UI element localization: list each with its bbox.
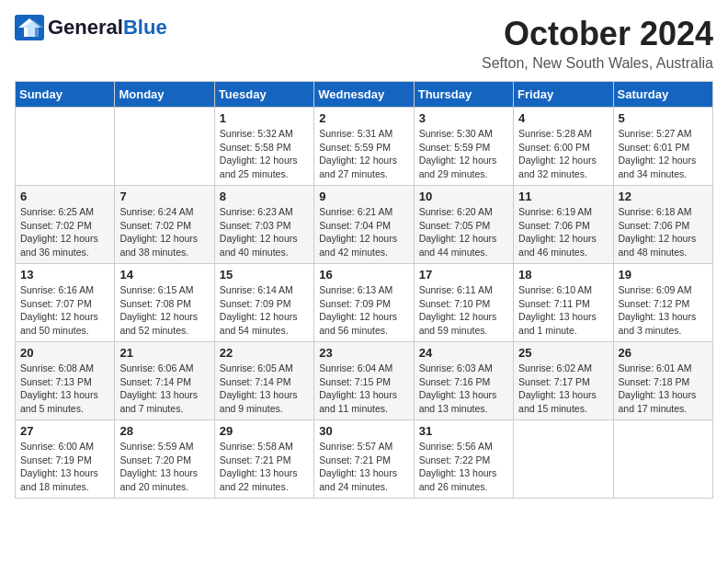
calendar-day-16: 16Sunrise: 6:13 AMSunset: 7:09 PMDayligh… xyxy=(314,264,414,342)
day-info: Sunrise: 6:19 AMSunset: 7:06 PMDaylight:… xyxy=(518,205,608,259)
calendar-day-6: 6Sunrise: 6:25 AMSunset: 7:02 PMDaylight… xyxy=(16,186,115,264)
calendar-day-10: 10Sunrise: 6:20 AMSunset: 7:05 PMDayligh… xyxy=(414,186,513,264)
calendar-day-3: 3Sunrise: 5:30 AMSunset: 5:59 PMDaylight… xyxy=(414,108,513,186)
day-info: Sunrise: 5:31 AMSunset: 5:59 PMDaylight:… xyxy=(319,127,408,181)
day-number: 28 xyxy=(119,424,209,438)
calendar-day-4: 4Sunrise: 5:28 AMSunset: 6:00 PMDaylight… xyxy=(514,108,613,186)
day-number: 3 xyxy=(419,111,508,125)
day-number: 24 xyxy=(419,346,508,360)
calendar-day-11: 11Sunrise: 6:19 AMSunset: 7:06 PMDayligh… xyxy=(514,186,613,264)
day-number: 5 xyxy=(619,111,708,125)
day-info: Sunrise: 6:08 AMSunset: 7:13 PMDaylight:… xyxy=(20,362,109,416)
calendar-day-19: 19Sunrise: 6:09 AMSunset: 7:12 PMDayligh… xyxy=(613,264,712,342)
day-info: Sunrise: 5:30 AMSunset: 5:59 PMDaylight:… xyxy=(419,127,508,181)
day-info: Sunrise: 5:58 AMSunset: 7:21 PMDaylight:… xyxy=(220,440,309,494)
empty-cell xyxy=(115,108,214,186)
calendar-day-21: 21Sunrise: 6:06 AMSunset: 7:14 PMDayligh… xyxy=(115,342,214,420)
logo: GeneralBlue xyxy=(15,15,167,40)
day-info: Sunrise: 6:03 AMSunset: 7:16 PMDaylight:… xyxy=(419,362,508,416)
day-info: Sunrise: 6:16 AMSunset: 7:07 PMDaylight:… xyxy=(20,283,109,338)
calendar-day-7: 7Sunrise: 6:24 AMSunset: 7:02 PMDaylight… xyxy=(115,186,214,264)
calendar-day-13: 13Sunrise: 6:16 AMSunset: 7:07 PMDayligh… xyxy=(16,264,115,342)
day-info: Sunrise: 5:28 AMSunset: 6:00 PMDaylight:… xyxy=(518,127,608,181)
day-header-sunday: Sunday xyxy=(16,82,115,108)
day-number: 21 xyxy=(119,346,209,360)
day-number: 7 xyxy=(119,190,209,203)
calendar-day-26: 26Sunrise: 6:01 AMSunset: 7:18 PMDayligh… xyxy=(613,342,712,420)
day-number: 14 xyxy=(119,268,209,282)
calendar-day-30: 30Sunrise: 5:57 AMSunset: 7:21 PMDayligh… xyxy=(314,420,414,499)
day-info: Sunrise: 6:10 AMSunset: 7:11 PMDaylight:… xyxy=(518,283,608,338)
calendar-day-20: 20Sunrise: 6:08 AMSunset: 7:13 PMDayligh… xyxy=(16,342,115,420)
page-header: GeneralBlue October 2024 Sefton, New Sou… xyxy=(15,15,713,72)
day-info: Sunrise: 5:59 AMSunset: 7:20 PMDaylight:… xyxy=(119,440,209,494)
day-info: Sunrise: 6:15 AMSunset: 7:08 PMDaylight:… xyxy=(119,283,209,338)
day-number: 18 xyxy=(518,268,608,282)
day-info: Sunrise: 6:01 AMSunset: 7:18 PMDaylight:… xyxy=(619,362,708,416)
day-number: 8 xyxy=(220,190,309,203)
day-info: Sunrise: 6:00 AMSunset: 7:19 PMDaylight:… xyxy=(20,440,109,494)
day-info: Sunrise: 5:57 AMSunset: 7:21 PMDaylight:… xyxy=(319,440,408,494)
day-info: Sunrise: 5:32 AMSunset: 5:58 PMDaylight:… xyxy=(220,127,309,181)
day-number: 9 xyxy=(319,190,408,203)
day-number: 30 xyxy=(319,424,408,438)
day-info: Sunrise: 6:06 AMSunset: 7:14 PMDaylight:… xyxy=(119,362,209,416)
day-header-monday: Monday xyxy=(115,82,214,108)
day-info: Sunrise: 6:02 AMSunset: 7:17 PMDaylight:… xyxy=(518,362,608,416)
month-title: October 2024 xyxy=(482,15,713,53)
day-info: Sunrise: 6:21 AMSunset: 7:04 PMDaylight:… xyxy=(319,205,408,259)
calendar-day-24: 24Sunrise: 6:03 AMSunset: 7:16 PMDayligh… xyxy=(414,342,513,420)
calendar-day-1: 1Sunrise: 5:32 AMSunset: 5:58 PMDaylight… xyxy=(214,108,313,186)
day-number: 23 xyxy=(319,346,408,360)
day-number: 13 xyxy=(20,268,109,282)
calendar-day-23: 23Sunrise: 6:04 AMSunset: 7:15 PMDayligh… xyxy=(314,342,414,420)
day-header-friday: Friday xyxy=(514,82,613,108)
day-number: 10 xyxy=(419,190,508,203)
logo-icon xyxy=(15,15,44,40)
day-number: 19 xyxy=(619,268,708,282)
day-info: Sunrise: 5:56 AMSunset: 7:22 PMDaylight:… xyxy=(419,440,508,494)
day-info: Sunrise: 6:18 AMSunset: 7:06 PMDaylight:… xyxy=(619,205,708,259)
calendar-day-25: 25Sunrise: 6:02 AMSunset: 7:17 PMDayligh… xyxy=(514,342,613,420)
empty-cell xyxy=(613,420,712,499)
calendar-day-17: 17Sunrise: 6:11 AMSunset: 7:10 PMDayligh… xyxy=(414,264,513,342)
day-info: Sunrise: 6:04 AMSunset: 7:15 PMDaylight:… xyxy=(319,362,408,416)
day-info: Sunrise: 6:14 AMSunset: 7:09 PMDaylight:… xyxy=(220,283,309,338)
calendar-day-28: 28Sunrise: 5:59 AMSunset: 7:20 PMDayligh… xyxy=(115,420,214,499)
calendar-day-8: 8Sunrise: 6:23 AMSunset: 7:03 PMDaylight… xyxy=(214,186,313,264)
day-info: Sunrise: 6:09 AMSunset: 7:12 PMDaylight:… xyxy=(619,283,708,338)
day-number: 25 xyxy=(518,346,608,360)
calendar-day-5: 5Sunrise: 5:27 AMSunset: 6:01 PMDaylight… xyxy=(613,108,712,186)
day-info: Sunrise: 6:25 AMSunset: 7:02 PMDaylight:… xyxy=(20,205,109,259)
calendar-header-row: SundayMondayTuesdayWednesdayThursdayFrid… xyxy=(16,82,713,108)
calendar-day-2: 2Sunrise: 5:31 AMSunset: 5:59 PMDaylight… xyxy=(314,108,414,186)
day-number: 6 xyxy=(20,190,109,203)
calendar-week-4: 20Sunrise: 6:08 AMSunset: 7:13 PMDayligh… xyxy=(16,342,713,420)
day-number: 4 xyxy=(518,111,608,125)
calendar-week-3: 13Sunrise: 6:16 AMSunset: 7:07 PMDayligh… xyxy=(16,264,713,342)
calendar-week-2: 6Sunrise: 6:25 AMSunset: 7:02 PMDaylight… xyxy=(16,186,713,264)
day-info: Sunrise: 6:11 AMSunset: 7:10 PMDaylight:… xyxy=(419,283,508,338)
empty-cell xyxy=(514,420,613,499)
title-block: October 2024 Sefton, New South Wales, Au… xyxy=(482,15,713,72)
day-header-wednesday: Wednesday xyxy=(314,82,414,108)
day-header-saturday: Saturday xyxy=(613,82,712,108)
day-info: Sunrise: 6:05 AMSunset: 7:14 PMDaylight:… xyxy=(220,362,309,416)
day-number: 17 xyxy=(419,268,508,282)
day-info: Sunrise: 6:24 AMSunset: 7:02 PMDaylight:… xyxy=(119,205,209,259)
location-subtitle: Sefton, New South Wales, Australia xyxy=(482,55,713,72)
day-info: Sunrise: 6:20 AMSunset: 7:05 PMDaylight:… xyxy=(419,205,508,259)
calendar-day-27: 27Sunrise: 6:00 AMSunset: 7:19 PMDayligh… xyxy=(16,420,115,499)
day-info: Sunrise: 6:13 AMSunset: 7:09 PMDaylight:… xyxy=(319,283,408,338)
day-info: Sunrise: 5:27 AMSunset: 6:01 PMDaylight:… xyxy=(619,127,708,181)
day-number: 16 xyxy=(319,268,408,282)
calendar-day-18: 18Sunrise: 6:10 AMSunset: 7:11 PMDayligh… xyxy=(514,264,613,342)
calendar-day-29: 29Sunrise: 5:58 AMSunset: 7:21 PMDayligh… xyxy=(214,420,313,499)
calendar-table: SundayMondayTuesdayWednesdayThursdayFrid… xyxy=(15,81,713,499)
day-number: 20 xyxy=(20,346,109,360)
calendar-day-15: 15Sunrise: 6:14 AMSunset: 7:09 PMDayligh… xyxy=(214,264,313,342)
day-header-thursday: Thursday xyxy=(414,82,513,108)
day-number: 15 xyxy=(220,268,309,282)
calendar-day-31: 31Sunrise: 5:56 AMSunset: 7:22 PMDayligh… xyxy=(414,420,513,499)
day-info: Sunrise: 6:23 AMSunset: 7:03 PMDaylight:… xyxy=(220,205,309,259)
